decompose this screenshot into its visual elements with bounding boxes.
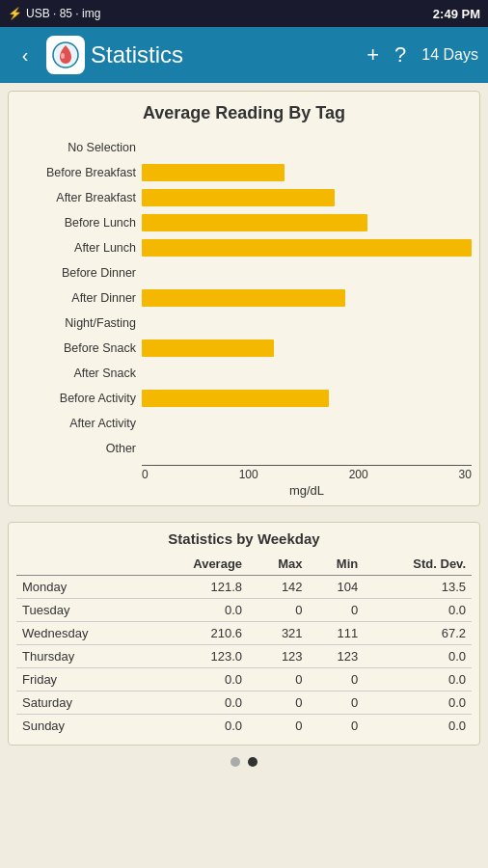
table-header-row: Average Max Min Std. Dev. (16, 553, 472, 576)
bar-row: Before Activity (16, 386, 472, 411)
table-cell-stddev: 0.0 (364, 715, 472, 738)
table-cell-stddev: 13.5 (364, 576, 472, 599)
table-cell-stddev: 0.0 (364, 645, 472, 668)
table-title: Statistics by Weekday (16, 530, 472, 547)
table-cell-min: 0 (309, 599, 365, 622)
bar-fill (142, 214, 367, 231)
bar-label: After Dinner (16, 291, 142, 305)
bar-fill (142, 189, 335, 206)
bar-container (142, 289, 472, 307)
table-cell-max: 0 (248, 715, 309, 738)
table-cell-max: 0 (248, 668, 309, 692)
table-cell-max: 123 (248, 645, 309, 668)
col-day (16, 553, 147, 576)
bar-label: Before Dinner (16, 266, 142, 280)
bar-label: After Lunch (16, 241, 142, 255)
x-axis-labels: 0 100 200 30 (142, 468, 472, 481)
svg-point-1 (61, 53, 65, 59)
days-filter[interactable]: 14 Days (421, 46, 478, 64)
bar-row: Other (16, 436, 472, 461)
bar-chart: No SelectionBefore BreakfastAfter Breakf… (16, 135, 472, 461)
bar-label: No Selection (16, 141, 142, 154)
x-label-300: 30 (459, 468, 472, 481)
page-dot-1[interactable] (230, 757, 240, 767)
col-max: Max (248, 553, 309, 576)
table-cell-min: 0 (309, 692, 365, 715)
bar-row: No Selection (16, 135, 472, 160)
bar-container (142, 415, 472, 432)
table-cell-max: 321 (248, 622, 309, 645)
table-cell-min: 104 (309, 576, 365, 599)
bar-container (142, 164, 472, 181)
table-row: Thursday123.01231230.0 (16, 645, 472, 668)
help-button[interactable]: ? (394, 42, 406, 68)
bar-container (142, 314, 472, 332)
table-cell-day: Thursday (16, 645, 147, 668)
bar-label: Before Activity (16, 392, 142, 405)
bar-container (142, 189, 472, 206)
table-row: Saturday0.0000.0 (16, 692, 472, 715)
bar-label: Other (16, 442, 142, 455)
table-cell-min: 123 (309, 645, 365, 668)
table-cell-stddev: 0.0 (364, 599, 472, 622)
bar-container (142, 239, 472, 257)
col-average: Average (147, 553, 248, 576)
back-button[interactable]: ‹ (10, 40, 41, 70)
bar-row: After Snack (16, 361, 472, 386)
weekday-table: Average Max Min Std. Dev. Monday121.8142… (16, 553, 472, 737)
bar-fill (142, 239, 472, 257)
table-row: Sunday0.0000.0 (16, 715, 472, 738)
page-dot-2[interactable] (248, 757, 258, 767)
bar-label: Before Breakfast (16, 166, 142, 179)
table-cell-avg: 0.0 (147, 692, 248, 715)
table-cell-day: Friday (16, 668, 147, 692)
bar-container (142, 440, 472, 457)
x-label-100: 100 (239, 468, 258, 481)
bar-container (142, 365, 472, 382)
bar-container (142, 390, 472, 407)
bar-label: After Snack (16, 366, 142, 380)
table-cell-min: 0 (309, 668, 365, 692)
bar-fill (142, 289, 345, 307)
bar-row: After Activity (16, 411, 472, 436)
x-axis-line (142, 465, 472, 466)
bar-container (142, 214, 472, 231)
bar-row: Night/Fasting (16, 311, 472, 336)
table-cell-day: Wednesday (16, 622, 147, 645)
bar-row: Before Snack (16, 336, 472, 361)
table-cell-max: 0 (248, 692, 309, 715)
table-cell-avg: 123.0 (147, 645, 248, 668)
battery-temp: USB · 85 · img (26, 7, 100, 20)
bar-container (142, 264, 472, 282)
bar-fill (142, 390, 329, 407)
table-cell-avg: 0.0 (147, 599, 248, 622)
table-cell-min: 0 (309, 715, 365, 738)
col-stddev: Std. Dev. (364, 553, 472, 576)
add-button[interactable]: + (366, 42, 379, 68)
bar-fill (142, 164, 285, 181)
bar-row: Before Lunch (16, 210, 472, 235)
table-cell-day: Monday (16, 576, 147, 599)
bar-label: Before Lunch (16, 216, 142, 230)
table-cell-min: 111 (309, 622, 365, 645)
x-label-0: 0 (142, 468, 149, 481)
usb-icon: ⚡ (8, 7, 22, 20)
app-header: ‹ Statistics + ? 14 Days (0, 27, 488, 83)
bar-row: Before Breakfast (16, 160, 472, 185)
table-cell-stddev: 0.0 (364, 692, 472, 715)
col-min: Min (309, 553, 365, 576)
table-cell-stddev: 67.2 (364, 622, 472, 645)
table-cell-max: 142 (248, 576, 309, 599)
main-content: Average Reading By Tag No SelectionBefor… (0, 83, 488, 868)
table-cell-avg: 0.0 (147, 715, 248, 738)
bar-container (142, 139, 472, 156)
bar-row: Before Dinner (16, 260, 472, 285)
x-axis-unit: mg/dL (142, 483, 472, 498)
status-time: 2:49 PM (433, 7, 480, 21)
bar-container (142, 339, 472, 357)
table-cell-stddev: 0.0 (364, 668, 472, 692)
page-dots (8, 757, 480, 771)
chart-section: Average Reading By Tag No SelectionBefor… (8, 91, 480, 506)
table-row: Monday121.814210413.5 (16, 576, 472, 599)
status-left-icons: ⚡ USB · 85 · img (8, 7, 100, 20)
